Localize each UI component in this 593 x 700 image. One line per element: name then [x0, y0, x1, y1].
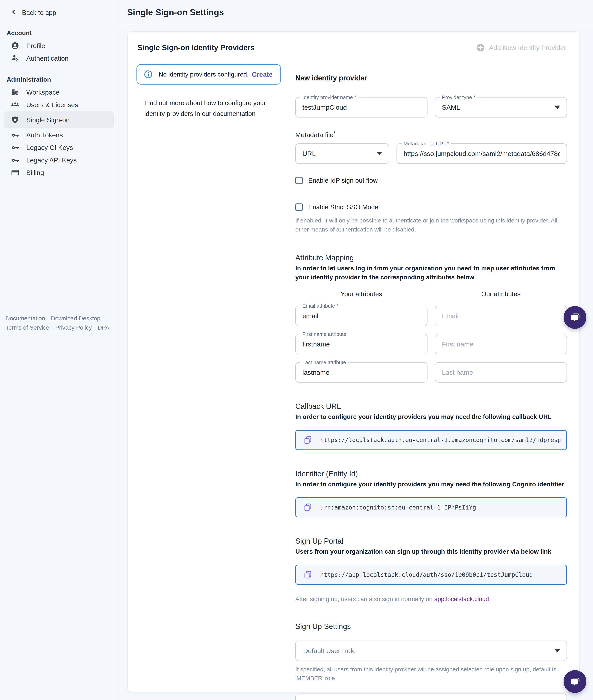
firstname-our-attribute-input[interactable] — [442, 340, 560, 348]
separator-dot: · — [45, 315, 51, 322]
our-attributes-header: Our attributes — [435, 290, 567, 298]
identity-provider-name-input[interactable] — [303, 104, 421, 111]
key-icon — [11, 156, 19, 164]
new-identity-provider-heading: New identity provider — [295, 74, 567, 82]
sidebar-item-label: Legacy CI Keys — [26, 144, 73, 151]
docs-note: Find out more about how to configure you… — [144, 98, 278, 119]
sidebar-item-workspace[interactable]: Workspace — [0, 86, 118, 99]
metadata-file-url-label: Metadata File URL * — [402, 141, 451, 147]
download-desktop-link[interactable]: Download Desktop — [51, 315, 101, 322]
dropdown-caret-icon — [554, 649, 560, 653]
terms-of-service-link[interactable]: Terms of Service — [5, 324, 49, 331]
sidebar-item-auth-tokens[interactable]: Auth Tokens — [0, 129, 118, 141]
required-asterisk: * — [333, 131, 335, 136]
top-header-bar: Single Sign-on Settings — [118, 0, 593, 25]
chat-bubble-icon — [569, 676, 581, 687]
strict-sso-help: If enabled, it will only be possible to … — [295, 216, 567, 234]
metadata-source-select[interactable]: URL — [295, 143, 389, 164]
app-localstack-cloud-link[interactable]: app.localstack.cloud — [434, 596, 489, 602]
firstname-our-attribute-field — [435, 334, 567, 354]
lastname-attribute-label: Last name attribute — [301, 359, 348, 366]
callback-url-copybox[interactable]: https://localstack.auth.eu-central-1.ama… — [295, 430, 567, 450]
identifier-copybox[interactable]: urn:amazon:cognito:sp:eu-central-1_IPnPs… — [295, 498, 567, 517]
signup-portal-value: https://app.localstack.cloud/auth/sso/1e… — [320, 571, 533, 578]
account-section-title: Account — [7, 29, 118, 37]
dropdown-caret-icon — [377, 152, 383, 155]
privacy-policy-link[interactable]: Privacy Policy — [55, 324, 92, 331]
strict-sso-checkbox[interactable] — [295, 204, 303, 211]
email-attribute-input[interactable] — [303, 312, 421, 320]
firstname-attribute-input[interactable] — [303, 340, 421, 348]
attribute-mapping-heading: Attribute Mapping — [295, 254, 567, 262]
back-to-app-label: Back to app — [22, 9, 56, 16]
back-to-app-button[interactable]: Back to app — [10, 8, 118, 17]
chat-widget-button[interactable] — [563, 306, 586, 329]
signup-portal-description: Users from your organization can sign up… — [295, 547, 567, 556]
person-key-icon — [11, 54, 19, 62]
email-our-attribute-input[interactable] — [442, 312, 560, 320]
metadata-file-url-field: Metadata File URL * — [397, 143, 567, 164]
people-group-icon — [11, 101, 19, 109]
metadata-source-value: URL — [303, 150, 316, 157]
signup-note: After signing up, users can also sign in… — [295, 596, 567, 603]
sidebar-item-label: Profile — [26, 42, 45, 50]
sidebar-item-single-sign-on[interactable]: Single Sign-on — [3, 111, 114, 128]
sidebar-footer: Documentation·Download Desktop Terms of … — [5, 314, 112, 332]
sidebar-item-users-licenses[interactable]: Users & Licenses — [0, 99, 118, 111]
sidebar-item-authentication[interactable]: Authentication — [0, 52, 118, 65]
chat-widget-button[interactable] — [563, 670, 586, 693]
callback-url-description: In order to configure your identity prov… — [295, 412, 567, 421]
default-user-permissions-select[interactable]: Default User Permissions — [295, 694, 567, 700]
identifier-description: In order to configure your identity prov… — [295, 480, 567, 489]
attribute-mapping-description: In order to let users log in from your o… — [295, 264, 567, 282]
email-attribute-field: Email attribute * — [295, 306, 428, 326]
callback-url-value: https://localstack.auth.eu-central-1.ama… — [320, 437, 560, 443]
chat-bubble-icon — [569, 312, 581, 323]
your-attributes-header: Your attributes — [295, 290, 428, 298]
copy-icon[interactable] — [303, 503, 312, 512]
key-icon — [11, 131, 19, 139]
dpa-link[interactable]: DPA — [97, 324, 109, 331]
lastname-attribute-field: Last name attribute — [295, 362, 428, 382]
metadata-file-url-input[interactable] — [403, 150, 560, 157]
default-user-role-placeholder: Default User Role — [303, 647, 356, 655]
copy-icon[interactable] — [303, 436, 312, 445]
lastname-attribute-input[interactable] — [303, 369, 421, 376]
sidebar: Back to app Account Profile Authenticati… — [0, 0, 118, 700]
sidebar-item-label: Legacy API Keys — [26, 156, 77, 164]
key-icon — [11, 143, 19, 152]
lastname-our-attribute-input[interactable] — [442, 369, 560, 376]
email-our-attribute-field — [435, 306, 567, 326]
metadata-file-label: Metadata file* — [295, 131, 567, 139]
sidebar-item-billing[interactable]: Billing — [0, 167, 118, 179]
identity-provider-name-label: Identity provider name * — [301, 95, 358, 101]
add-new-identity-provider-label: Add New Identity Provider — [489, 44, 566, 51]
sidebar-item-label: Users & Licenses — [26, 101, 78, 109]
card-title: Single Sign-on Identity Providers — [137, 43, 255, 52]
email-attribute-label: Email attribute * — [301, 303, 341, 309]
default-user-role-select[interactable]: Default User Role — [295, 640, 567, 661]
sidebar-item-legacy-ci-keys[interactable]: Legacy CI Keys — [0, 141, 118, 154]
info-icon — [144, 70, 153, 79]
callback-url-heading: Callback URL — [295, 402, 567, 411]
sidebar-item-label: Single Sign-on — [26, 116, 70, 124]
provider-type-select[interactable]: Provider type * SAML — [435, 97, 567, 117]
sidebar-item-profile[interactable]: Profile — [0, 39, 118, 52]
sidebar-item-label: Workspace — [26, 88, 60, 96]
add-new-identity-provider-button[interactable]: Add New Identity Provider — [476, 43, 566, 52]
idp-signout-checkbox[interactable] — [295, 177, 303, 184]
identifier-value: urn:amazon:cognito:sp:eu-central-1_IPnPs… — [320, 504, 476, 511]
signup-portal-copybox[interactable]: https://app.localstack.cloud/auth/sso/1e… — [295, 565, 567, 585]
sidebar-item-legacy-api-keys[interactable]: Legacy API Keys — [0, 154, 118, 167]
sso-settings-card: Single Sign-on Identity Providers Add Ne… — [127, 31, 580, 692]
documentation-link[interactable]: Documentation — [5, 315, 45, 322]
copy-icon[interactable] — [303, 570, 312, 579]
page-title: Single Sign-on Settings — [127, 7, 224, 17]
create-button[interactable]: Create — [252, 71, 273, 78]
plus-circle-icon — [476, 43, 485, 52]
no-providers-alert: No identity providers configured. Create — [136, 64, 281, 84]
chevron-left-icon — [10, 8, 17, 17]
provider-type-label: Provider type * — [440, 95, 477, 101]
firstname-attribute-field: First name attribute — [295, 334, 428, 354]
default-user-role-help: If specified, all users from this identi… — [295, 665, 567, 683]
